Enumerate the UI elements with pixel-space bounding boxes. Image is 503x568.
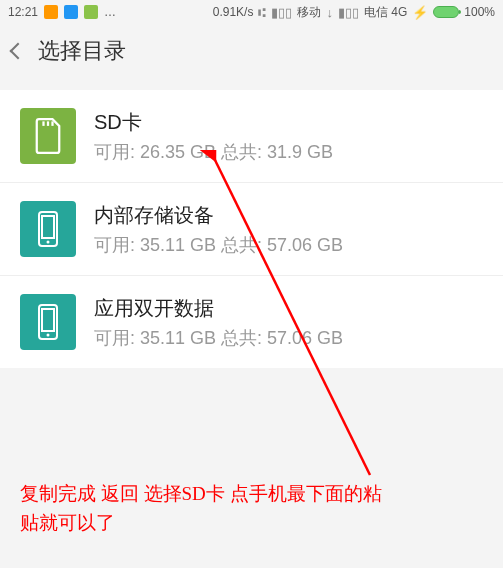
- storage-item-title: 内部存储设备: [94, 202, 343, 229]
- charging-icon: ⚡: [412, 5, 428, 20]
- battery-icon: [433, 6, 459, 18]
- app-icon-1: [44, 5, 58, 19]
- annotation-line-1: 复制完成 返回 选择SD卡 点手机最下面的粘: [20, 483, 382, 504]
- storage-item-title: 应用双开数据: [94, 295, 343, 322]
- down-arrow-icon: ↓: [326, 5, 333, 20]
- svg-rect-2: [51, 121, 53, 126]
- status-bar: 12:21 … 0.91K/s ⑆ ▮▯▯ 移动 ↓ ▮▯▯ 电信 4G ⚡ 1…: [0, 0, 503, 24]
- storage-item-title: SD卡: [94, 109, 333, 136]
- battery-percent: 100%: [464, 5, 495, 19]
- phone-storage-icon: [20, 201, 76, 257]
- annotation-text: 复制完成 返回 选择SD卡 点手机最下面的粘 贴就可以了: [20, 480, 382, 537]
- signal-icon-2: ▮▯▯: [338, 5, 359, 20]
- app-icon-2: [64, 5, 78, 19]
- svg-rect-0: [42, 121, 44, 126]
- svg-rect-1: [47, 121, 49, 126]
- status-time: 12:21: [8, 5, 38, 19]
- header: 选择目录: [0, 24, 503, 78]
- signal-icon-1: ▮▯▯: [271, 5, 292, 20]
- status-speed: 0.91K/s: [213, 5, 254, 19]
- back-icon[interactable]: [10, 43, 27, 60]
- wifi-icon: ⑆: [258, 5, 266, 20]
- phone-appdata-icon: [20, 294, 76, 350]
- storage-list: SD卡 可用: 26.35 GB 总共: 31.9 GB 内部存储设备 可用: …: [0, 90, 503, 368]
- carrier-2: 电信 4G: [364, 4, 407, 21]
- storage-item-internal[interactable]: 内部存储设备 可用: 35.11 GB 总共: 57.06 GB: [0, 183, 503, 276]
- svg-rect-4: [42, 216, 54, 238]
- status-more: …: [104, 5, 116, 19]
- storage-item-sub: 可用: 35.11 GB 总共: 57.06 GB: [94, 326, 343, 350]
- storage-item-sub: 可用: 35.11 GB 总共: 57.06 GB: [94, 233, 343, 257]
- sd-card-icon: [20, 108, 76, 164]
- svg-rect-7: [42, 309, 54, 331]
- carrier-1: 移动: [297, 4, 321, 21]
- svg-point-8: [47, 334, 50, 337]
- page-title: 选择目录: [38, 36, 126, 66]
- storage-item-sub: 可用: 26.35 GB 总共: 31.9 GB: [94, 140, 333, 164]
- storage-item-appdata[interactable]: 应用双开数据 可用: 35.11 GB 总共: 57.06 GB: [0, 276, 503, 368]
- storage-item-sd[interactable]: SD卡 可用: 26.35 GB 总共: 31.9 GB: [0, 90, 503, 183]
- app-icon-3: [84, 5, 98, 19]
- annotation-line-2: 贴就可以了: [20, 512, 115, 533]
- svg-point-5: [47, 241, 50, 244]
